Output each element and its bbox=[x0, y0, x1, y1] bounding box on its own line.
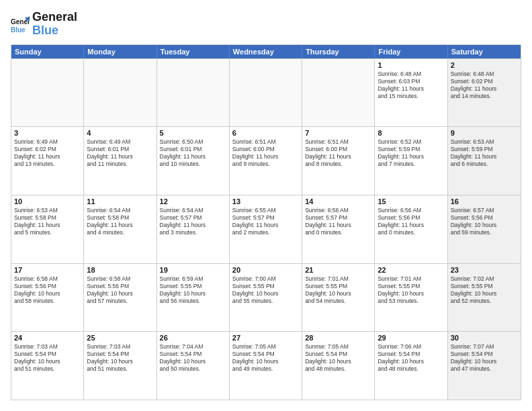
day-number: 30 bbox=[451, 334, 518, 342]
cell-info: Sunrise: 6:59 AM Sunset: 5:55 PM Dayligh… bbox=[160, 275, 226, 305]
calendar-cell-4-0: 24Sunrise: 7:03 AM Sunset: 5:54 PM Dayli… bbox=[11, 332, 84, 400]
cell-info: Sunrise: 6:48 AM Sunset: 6:03 PM Dayligh… bbox=[378, 71, 444, 100]
day-number: 5 bbox=[160, 129, 226, 137]
cell-info: Sunrise: 6:56 AM Sunset: 5:56 PM Dayligh… bbox=[378, 207, 444, 236]
calendar-row-0: 1Sunrise: 6:48 AM Sunset: 6:03 PM Daylig… bbox=[11, 58, 521, 127]
calendar-cell-1-2: 5Sunrise: 6:50 AM Sunset: 6:01 PM Daylig… bbox=[157, 127, 230, 195]
weekday-header-saturday: Saturday bbox=[448, 45, 521, 58]
cell-info: Sunrise: 7:02 AM Sunset: 5:55 PM Dayligh… bbox=[451, 275, 518, 305]
cell-info: Sunrise: 7:05 AM Sunset: 5:54 PM Dayligh… bbox=[232, 343, 299, 373]
cell-info: Sunrise: 6:53 AM Sunset: 5:58 PM Dayligh… bbox=[14, 207, 81, 236]
day-number: 28 bbox=[305, 334, 371, 342]
logo: General Blue GeneralBlue bbox=[11, 11, 77, 38]
cell-info: Sunrise: 7:05 AM Sunset: 5:54 PM Dayligh… bbox=[305, 343, 371, 373]
cell-info: Sunrise: 7:06 AM Sunset: 5:54 PM Dayligh… bbox=[378, 343, 444, 373]
day-number: 10 bbox=[14, 197, 81, 205]
calendar-cell-2-0: 10Sunrise: 6:53 AM Sunset: 5:58 PM Dayli… bbox=[11, 195, 84, 263]
calendar-header: SundayMondayTuesdayWednesdayThursdayFrid… bbox=[11, 45, 521, 58]
weekday-header-wednesday: Wednesday bbox=[230, 45, 302, 58]
calendar-cell-2-5: 15Sunrise: 6:56 AM Sunset: 5:56 PM Dayli… bbox=[375, 195, 447, 263]
calendar-cell-3-1: 18Sunrise: 6:58 AM Sunset: 5:56 PM Dayli… bbox=[84, 264, 157, 332]
cell-info: Sunrise: 7:03 AM Sunset: 5:54 PM Dayligh… bbox=[87, 343, 153, 373]
calendar-cell-4-4: 28Sunrise: 7:05 AM Sunset: 5:54 PM Dayli… bbox=[302, 332, 375, 400]
weekday-header-friday: Friday bbox=[375, 45, 447, 58]
calendar-row-3: 17Sunrise: 6:58 AM Sunset: 5:56 PM Dayli… bbox=[11, 263, 521, 332]
day-number: 27 bbox=[232, 334, 299, 342]
calendar-cell-4-1: 25Sunrise: 7:03 AM Sunset: 5:54 PM Dayli… bbox=[84, 332, 157, 400]
calendar-cell-1-6: 9Sunrise: 6:53 AM Sunset: 5:59 PM Daylig… bbox=[448, 127, 521, 195]
day-number: 22 bbox=[378, 266, 444, 274]
day-number: 2 bbox=[451, 61, 518, 69]
logo-text: GeneralBlue bbox=[32, 11, 77, 38]
calendar-cell-0-2 bbox=[157, 59, 230, 127]
weekday-header-tuesday: Tuesday bbox=[157, 45, 230, 58]
calendar-cell-3-3: 20Sunrise: 7:00 AM Sunset: 5:55 PM Dayli… bbox=[230, 264, 302, 332]
calendar-cell-3-6: 23Sunrise: 7:02 AM Sunset: 5:55 PM Dayli… bbox=[448, 264, 521, 332]
cell-info: Sunrise: 6:49 AM Sunset: 6:01 PM Dayligh… bbox=[87, 138, 153, 168]
day-number: 25 bbox=[87, 334, 153, 342]
day-number: 29 bbox=[378, 334, 444, 342]
day-number: 6 bbox=[232, 129, 299, 137]
weekday-header-monday: Monday bbox=[84, 45, 157, 58]
day-number: 16 bbox=[451, 197, 518, 205]
calendar-row-4: 24Sunrise: 7:03 AM Sunset: 5:54 PM Dayli… bbox=[11, 331, 521, 400]
day-number: 4 bbox=[87, 129, 153, 137]
calendar-cell-4-2: 26Sunrise: 7:04 AM Sunset: 5:54 PM Dayli… bbox=[157, 332, 230, 400]
cell-info: Sunrise: 6:49 AM Sunset: 6:02 PM Dayligh… bbox=[14, 138, 81, 168]
day-number: 13 bbox=[232, 197, 299, 205]
day-number: 11 bbox=[87, 197, 153, 205]
calendar-cell-1-5: 8Sunrise: 6:52 AM Sunset: 5:59 PM Daylig… bbox=[375, 127, 447, 195]
day-number: 12 bbox=[160, 197, 226, 205]
calendar-cell-3-2: 19Sunrise: 6:59 AM Sunset: 5:55 PM Dayli… bbox=[157, 264, 230, 332]
calendar-cell-4-6: 30Sunrise: 7:07 AM Sunset: 5:54 PM Dayli… bbox=[448, 332, 521, 400]
day-number: 20 bbox=[232, 266, 299, 274]
calendar-cell-2-1: 11Sunrise: 6:54 AM Sunset: 5:58 PM Dayli… bbox=[84, 195, 157, 263]
cell-info: Sunrise: 7:04 AM Sunset: 5:54 PM Dayligh… bbox=[160, 343, 226, 373]
cell-info: Sunrise: 7:01 AM Sunset: 5:55 PM Dayligh… bbox=[305, 275, 371, 305]
day-number: 7 bbox=[305, 129, 371, 137]
calendar-cell-1-0: 3Sunrise: 6:49 AM Sunset: 6:02 PM Daylig… bbox=[11, 127, 84, 195]
cell-info: Sunrise: 6:51 AM Sunset: 6:00 PM Dayligh… bbox=[305, 138, 371, 168]
weekday-header-sunday: Sunday bbox=[11, 45, 84, 58]
cell-info: Sunrise: 7:03 AM Sunset: 5:54 PM Dayligh… bbox=[14, 343, 81, 373]
day-number: 1 bbox=[378, 61, 444, 69]
calendar-cell-3-5: 22Sunrise: 7:01 AM Sunset: 5:55 PM Dayli… bbox=[375, 264, 447, 332]
svg-text:Blue: Blue bbox=[11, 26, 26, 34]
day-number: 23 bbox=[451, 266, 518, 274]
cell-info: Sunrise: 7:07 AM Sunset: 5:54 PM Dayligh… bbox=[451, 343, 518, 373]
logo-icon: General Blue bbox=[11, 15, 30, 34]
cell-info: Sunrise: 6:53 AM Sunset: 5:59 PM Dayligh… bbox=[451, 138, 518, 168]
cell-info: Sunrise: 6:54 AM Sunset: 5:58 PM Dayligh… bbox=[87, 207, 153, 236]
calendar-cell-1-4: 7Sunrise: 6:51 AM Sunset: 6:00 PM Daylig… bbox=[302, 127, 375, 195]
cell-info: Sunrise: 6:50 AM Sunset: 6:01 PM Dayligh… bbox=[160, 138, 226, 168]
calendar-cell-0-5: 1Sunrise: 6:48 AM Sunset: 6:03 PM Daylig… bbox=[375, 59, 447, 127]
cell-info: Sunrise: 6:56 AM Sunset: 5:57 PM Dayligh… bbox=[305, 207, 371, 236]
calendar-row-1: 3Sunrise: 6:49 AM Sunset: 6:02 PM Daylig… bbox=[11, 126, 521, 195]
calendar-cell-1-3: 6Sunrise: 6:51 AM Sunset: 6:00 PM Daylig… bbox=[230, 127, 302, 195]
cell-info: Sunrise: 6:48 AM Sunset: 6:02 PM Dayligh… bbox=[451, 71, 518, 100]
cell-info: Sunrise: 6:58 AM Sunset: 5:56 PM Dayligh… bbox=[87, 275, 153, 305]
calendar-cell-1-1: 4Sunrise: 6:49 AM Sunset: 6:01 PM Daylig… bbox=[84, 127, 157, 195]
day-number: 19 bbox=[160, 266, 226, 274]
day-number: 17 bbox=[14, 266, 81, 274]
weekday-header-thursday: Thursday bbox=[302, 45, 375, 58]
page-header: General Blue GeneralBlue bbox=[11, 11, 521, 38]
calendar-cell-2-3: 13Sunrise: 6:55 AM Sunset: 5:57 PM Dayli… bbox=[230, 195, 302, 263]
cell-info: Sunrise: 6:57 AM Sunset: 5:56 PM Dayligh… bbox=[451, 207, 518, 236]
calendar-cell-0-3 bbox=[230, 59, 302, 127]
cell-info: Sunrise: 6:55 AM Sunset: 5:57 PM Dayligh… bbox=[232, 207, 299, 236]
cell-info: Sunrise: 6:52 AM Sunset: 5:59 PM Dayligh… bbox=[378, 138, 444, 168]
cell-info: Sunrise: 7:01 AM Sunset: 5:55 PM Dayligh… bbox=[378, 275, 444, 305]
calendar-row-2: 10Sunrise: 6:53 AM Sunset: 5:58 PM Dayli… bbox=[11, 195, 521, 263]
day-number: 3 bbox=[14, 129, 81, 137]
day-number: 21 bbox=[305, 266, 371, 274]
cell-info: Sunrise: 6:51 AM Sunset: 6:00 PM Dayligh… bbox=[232, 138, 299, 168]
day-number: 15 bbox=[378, 197, 444, 205]
day-number: 24 bbox=[14, 334, 81, 342]
day-number: 18 bbox=[87, 266, 153, 274]
calendar-body: 1Sunrise: 6:48 AM Sunset: 6:03 PM Daylig… bbox=[11, 58, 521, 400]
cell-info: Sunrise: 6:58 AM Sunset: 5:56 PM Dayligh… bbox=[14, 275, 81, 305]
calendar-cell-3-0: 17Sunrise: 6:58 AM Sunset: 5:56 PM Dayli… bbox=[11, 264, 84, 332]
calendar-cell-0-6: 2Sunrise: 6:48 AM Sunset: 6:02 PM Daylig… bbox=[448, 59, 521, 127]
calendar-cell-2-4: 14Sunrise: 6:56 AM Sunset: 5:57 PM Dayli… bbox=[302, 195, 375, 263]
